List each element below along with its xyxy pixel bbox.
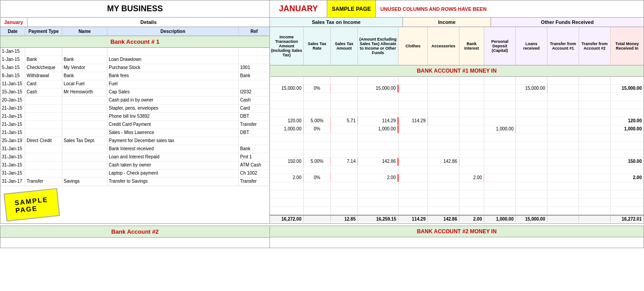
amount-ex-cell: 114.29 — [358, 117, 398, 125]
description-cell: Loan Drawdown — [107, 56, 239, 64]
trans2-cell — [579, 109, 611, 117]
clothes-cell — [398, 93, 428, 101]
total-cell — [611, 166, 644, 174]
tax-amt-cell — [331, 125, 358, 133]
table-row — [270, 101, 644, 109]
total-cell: 15,000.00 — [611, 85, 644, 92]
trans2-cell — [579, 85, 611, 92]
total-cell — [611, 182, 644, 190]
ref-cell: Card — [239, 105, 269, 112]
trans1-cell — [547, 174, 579, 182]
name-cell: Savings — [62, 178, 107, 185]
personal-cell — [484, 150, 516, 157]
rc-clothes-header: Clothes — [398, 27, 428, 65]
trans1-cell — [547, 182, 579, 190]
date-cell: 31-Jan-15 — [0, 153, 25, 161]
table-row: 31-Jan-17 Transfer Savings Transfer to S… — [0, 178, 269, 186]
income-cell: 150.00 — [270, 158, 304, 166]
trans2-cell — [579, 199, 611, 206]
payment-cell — [25, 121, 62, 129]
date-cell: 15-Jan-15 — [0, 88, 25, 96]
amount-ex-cell — [358, 182, 398, 190]
table-row — [270, 182, 644, 190]
total-tax-rate — [304, 216, 331, 222]
table-row: 21-Jan-15 Phone bill Inv 53892 DBT — [0, 113, 269, 121]
personal-cell — [484, 199, 516, 206]
payment-cell — [25, 153, 62, 161]
ref-cell: DBT — [239, 113, 269, 120]
clothes-cell — [398, 150, 428, 157]
name-cell: Local Fuel — [62, 80, 107, 88]
table-row: 120.00 5.00% 5.71 114.29 114.29 120.00 — [270, 117, 644, 125]
accessories-cell — [428, 93, 459, 101]
tax-amt-cell — [331, 207, 358, 214]
loans-cell — [516, 109, 547, 117]
ref-cell: ATM Cash — [239, 162, 269, 169]
name-cell — [62, 153, 107, 161]
personal-cell — [484, 93, 516, 101]
trans2-cell — [579, 182, 611, 190]
right-data-rows: 15,000.00 0% 15,000.00 15,000.00 15,000.… — [270, 77, 644, 215]
total-accessories: 142.86 — [428, 216, 459, 222]
accessories-cell — [428, 85, 459, 92]
total-cell — [611, 93, 644, 101]
total-total: 16,272.01 — [611, 216, 644, 222]
amount-ex-cell — [358, 142, 398, 149]
tax-rate-cell — [304, 101, 331, 109]
income-cell — [270, 77, 304, 84]
total-trans2 — [579, 216, 611, 222]
payment-cell — [25, 105, 62, 112]
tax-amt-cell — [331, 85, 358, 92]
income-cell — [270, 150, 304, 157]
trans2-cell — [579, 150, 611, 157]
tax-rate-cell: 5.00% — [304, 158, 331, 166]
trans1-cell — [547, 134, 579, 141]
clothes-cell — [398, 101, 428, 109]
table-row — [270, 150, 644, 158]
bank-int-cell — [459, 101, 484, 109]
ref-cell — [239, 80, 269, 88]
total-tax-amt: 12.85 — [331, 216, 358, 222]
loans-cell — [516, 150, 547, 157]
rc-sales-tax-amount-header: Sales Tax Amount — [331, 27, 358, 65]
clothes-cell — [398, 85, 428, 92]
bank-int-cell — [459, 134, 484, 141]
amount-ex-cell: 142.86 — [358, 158, 398, 166]
tax-rate-cell — [304, 166, 331, 174]
trans1-cell — [547, 199, 579, 206]
trans1-cell — [547, 190, 579, 198]
tax-amt-cell — [331, 134, 358, 141]
personal-cell — [484, 134, 516, 141]
rc-accessories-header: Accessories — [428, 27, 459, 65]
clothes-cell — [398, 190, 428, 198]
accessories-cell — [428, 150, 459, 157]
trans2-cell — [579, 117, 611, 125]
name-cell — [62, 170, 107, 177]
payment-col-header: Payment Type — [25, 27, 62, 36]
income-cell — [270, 199, 304, 206]
table-row: 25-Jan-19 Direct Credit Sales Tax Dept. … — [0, 137, 269, 145]
tax-amt-cell — [331, 166, 358, 174]
ref-cell: I2032 — [239, 88, 269, 96]
tax-amt-cell — [331, 93, 358, 101]
ref-cell: Bank — [239, 145, 269, 153]
description-cell: Bank Interest received — [107, 145, 239, 153]
personal-cell: 1,000.00 — [484, 125, 516, 133]
tax-amt-cell — [331, 182, 358, 190]
trans2-cell — [579, 101, 611, 109]
total-cell — [611, 109, 644, 117]
date-cell: 31-Jan-15 — [0, 145, 25, 153]
rc-loans-received-header: Loans received — [516, 27, 547, 65]
trans1-cell — [547, 150, 579, 157]
total-trans1 — [547, 216, 579, 222]
income-cell — [270, 101, 304, 109]
trans2-cell — [579, 174, 611, 182]
table-row: 1,000.00 0% 1,000.00 1,000.00 1,000.00 — [270, 125, 644, 134]
tax-amt-cell: 7.14 — [331, 158, 358, 166]
trans1-cell — [547, 142, 579, 149]
ref-cell: DBT — [239, 129, 269, 137]
personal-cell — [484, 158, 516, 166]
accessories-cell — [428, 109, 459, 117]
table-row — [270, 190, 644, 199]
bank-account-1-header: Bank Account # 1 — [0, 36, 269, 48]
